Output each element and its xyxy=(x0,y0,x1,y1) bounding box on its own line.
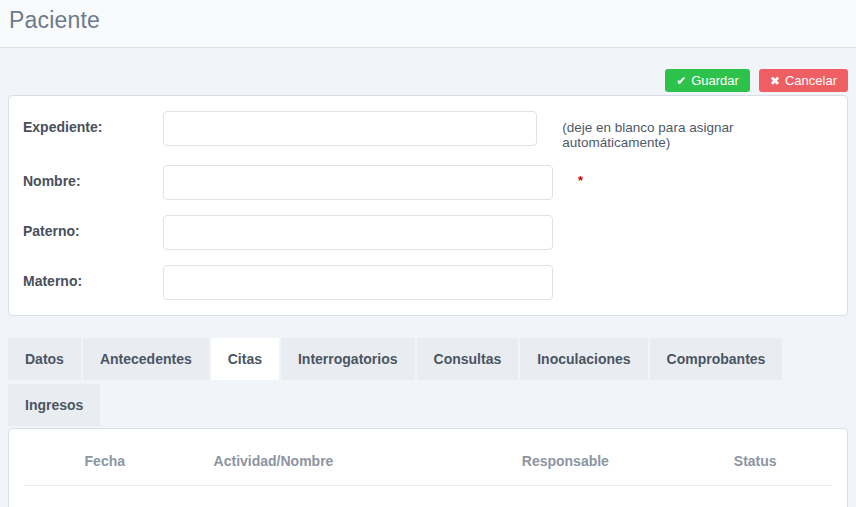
tab-comprobantes[interactable]: Comprobantes xyxy=(650,338,783,380)
materno-input[interactable] xyxy=(163,265,553,300)
citas-table-panel: Fecha Actividad/Nombre Responsable Statu… xyxy=(8,428,848,507)
save-button-label: Guardar xyxy=(691,73,739,88)
expediente-label: Expediente: xyxy=(23,111,163,135)
cancel-button[interactable]: ✖ Cancelar xyxy=(759,69,848,92)
expediente-input[interactable] xyxy=(163,111,537,146)
tab-ingresos[interactable]: Ingresos xyxy=(8,384,100,426)
form-row-nombre: Nombre: * xyxy=(23,165,833,200)
paterno-input[interactable] xyxy=(163,215,553,250)
header-fecha: Fecha xyxy=(24,441,186,486)
expediente-note: (deje en blanco para asignar automáticam… xyxy=(562,111,833,150)
citas-table: Fecha Actividad/Nombre Responsable Statu… xyxy=(24,441,832,486)
cancel-button-label: Cancelar xyxy=(785,73,837,88)
tab-inoculaciones[interactable]: Inoculaciones xyxy=(520,338,647,380)
header-status: Status xyxy=(678,441,832,486)
tab-consultas[interactable]: Consultas xyxy=(417,338,519,380)
tab-interrogatorios[interactable]: Interrogatorios xyxy=(281,338,415,380)
patient-form-panel: Expediente: (deje en blanco para asignar… xyxy=(8,95,848,316)
table-header-row: Fecha Actividad/Nombre Responsable Statu… xyxy=(24,441,832,486)
materno-label: Materno: xyxy=(23,265,163,289)
check-icon: ✔ xyxy=(676,75,686,87)
tab-datos[interactable]: Datos xyxy=(8,338,81,380)
form-row-materno: Materno: xyxy=(23,265,833,300)
required-asterisk: * xyxy=(578,165,583,188)
toolbar: ✔ Guardar ✖ Cancelar xyxy=(8,69,848,92)
nombre-input[interactable] xyxy=(163,165,553,200)
header-actividad-nombre: Actividad/Nombre xyxy=(186,441,453,486)
patient-tabs: Datos Antecedentes Citas Interrogatorios… xyxy=(8,338,848,426)
x-icon: ✖ xyxy=(770,75,780,87)
page-header: Paciente xyxy=(0,0,856,48)
tab-citas[interactable]: Citas xyxy=(211,338,279,380)
content-area: ✔ Guardar ✖ Cancelar Expediente: (deje e… xyxy=(0,69,856,507)
page-title: Paciente xyxy=(9,7,846,34)
save-button[interactable]: ✔ Guardar xyxy=(665,69,750,92)
form-row-expediente: Expediente: (deje en blanco para asignar… xyxy=(23,111,833,150)
form-row-paterno: Paterno: xyxy=(23,215,833,250)
tab-antecedentes[interactable]: Antecedentes xyxy=(83,338,209,380)
nombre-label: Nombre: xyxy=(23,165,163,189)
header-responsable: Responsable xyxy=(452,441,678,486)
paterno-label: Paterno: xyxy=(23,215,163,239)
